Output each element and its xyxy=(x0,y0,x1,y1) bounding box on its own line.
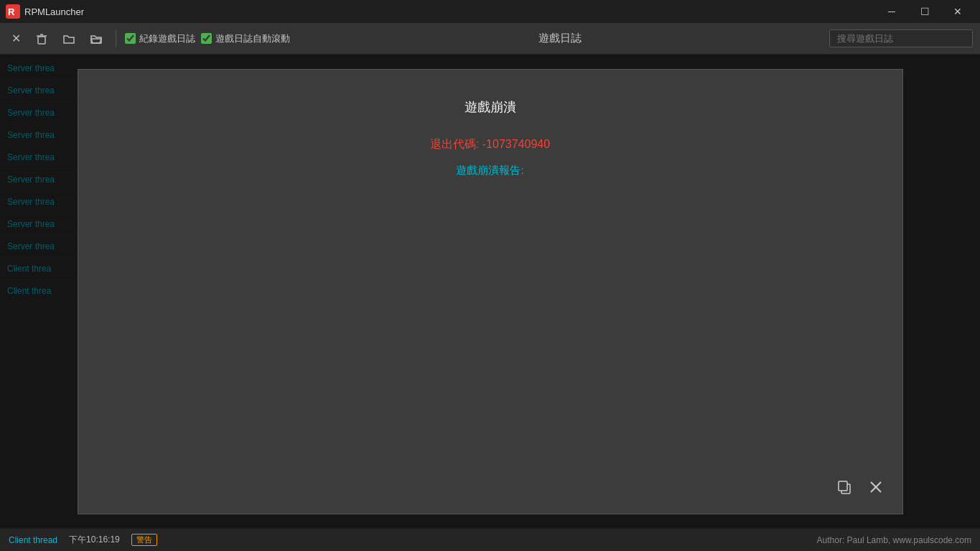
close-modal-button[interactable] xyxy=(864,475,888,499)
minimize-button[interactable]: ─ xyxy=(875,0,908,23)
autoscroll-checkbox[interactable] xyxy=(201,33,212,44)
crash-modal: 遊戲崩潰 退出代碼: -1073740940 遊戲崩潰報告: xyxy=(78,69,903,514)
app-name: RPMLauncher xyxy=(24,6,84,17)
toolbar: ✕ 紀錄遊戲日誌 遊戲日誌自動滾動 遊戲日誌 xyxy=(0,23,980,55)
copy-icon xyxy=(836,479,852,495)
status-thread: Client thread xyxy=(9,535,57,545)
status-time: 下午10:16:19 xyxy=(69,534,120,546)
svg-rect-2 xyxy=(38,37,45,44)
status-badge: 警告 xyxy=(131,534,157,546)
app-icon: R xyxy=(6,4,20,19)
app-logo: R RPMLauncher xyxy=(6,4,84,19)
open-folder-button[interactable] xyxy=(58,29,80,48)
status-author: Author: Paul Lamb, www.paulscode.com xyxy=(817,535,971,545)
folder-open-icon xyxy=(90,32,103,45)
window-controls: ─ ☐ ✕ xyxy=(875,0,974,23)
delete-icon xyxy=(35,32,48,45)
record-log-label: 紀錄遊戲日誌 xyxy=(139,32,195,45)
statusbar: Client thread 下午10:16:19 警告 Author: Paul… xyxy=(0,528,980,551)
close-log-button[interactable]: ✕ xyxy=(7,29,25,48)
folder-icon xyxy=(62,32,75,45)
titlebar: R RPMLauncher ─ ☐ ✕ xyxy=(0,0,980,23)
svg-text:R: R xyxy=(8,6,15,17)
record-log-checkbox[interactable] xyxy=(125,33,136,44)
copy-modal-button[interactable] xyxy=(832,475,857,499)
divider1 xyxy=(116,30,116,47)
main-area: Server threaServer threaServer threaServ… xyxy=(0,55,980,528)
open-folder2-button[interactable] xyxy=(85,29,107,48)
close-modal-icon xyxy=(868,479,884,495)
svg-rect-6 xyxy=(839,481,847,491)
modal-actions xyxy=(832,475,888,499)
delete-log-button[interactable] xyxy=(31,29,52,48)
modal-exit-code: 退出代碼: -1073740940 xyxy=(107,137,874,152)
search-input[interactable] xyxy=(829,29,973,47)
close-window-button[interactable]: ✕ xyxy=(941,0,974,23)
autoscroll-label: 遊戲日誌自動滾動 xyxy=(215,32,290,45)
modal-overlay: 遊戲崩潰 退出代碼: -1073740940 遊戲崩潰報告: xyxy=(0,55,980,528)
record-log-checkbox-label[interactable]: 紀錄遊戲日誌 xyxy=(125,32,195,45)
modal-title: 遊戲崩潰 xyxy=(107,98,874,116)
restore-button[interactable]: ☐ xyxy=(908,0,941,23)
toolbar-title: 遊戲日誌 xyxy=(296,32,823,45)
modal-crash-report: 遊戲崩潰報告: xyxy=(107,164,874,177)
autoscroll-checkbox-label[interactable]: 遊戲日誌自動滾動 xyxy=(201,32,290,45)
